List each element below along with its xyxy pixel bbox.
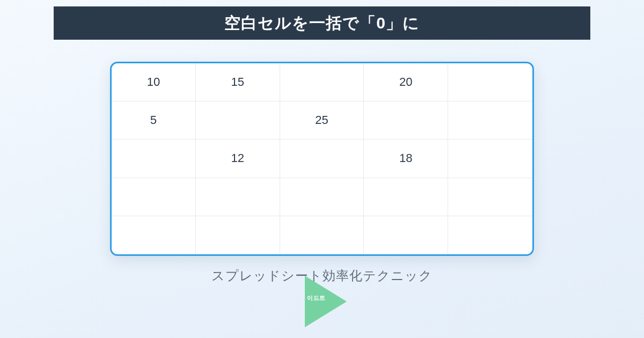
cell-r0-c2[interactable] <box>280 63 364 101</box>
page-title: 空白セルを一括で「0」に <box>224 12 420 34</box>
cell-r3-c4[interactable] <box>448 178 532 216</box>
play-badge-text: 이드트 <box>307 294 326 302</box>
cell-r1-c1[interactable] <box>196 101 280 139</box>
cell-r2-c2[interactable] <box>280 139 364 178</box>
cell-r1-c3[interactable] <box>364 101 448 139</box>
cell-r4-c3[interactable] <box>364 216 448 254</box>
cell-r3-c3[interactable] <box>364 178 448 216</box>
cell-r4-c1[interactable] <box>196 216 280 254</box>
cell-r0-c3[interactable]: 20 <box>364 63 448 101</box>
cell-r0-c4[interactable] <box>448 63 532 101</box>
cell-r4-c4[interactable] <box>448 216 532 254</box>
cell-r1-c0[interactable]: 5 <box>112 101 196 139</box>
play-button[interactable]: 이드트 <box>290 269 354 334</box>
cell-r0-c1[interactable]: 15 <box>196 63 280 101</box>
title-bar: 空白セルを一括で「0」に <box>54 6 590 40</box>
cell-r4-c0[interactable] <box>112 216 196 254</box>
spreadsheet-grid: 1015205251218 <box>112 63 532 254</box>
cell-r3-c2[interactable] <box>280 178 364 216</box>
cell-r2-c4[interactable] <box>448 139 532 178</box>
cell-r2-c1[interactable]: 12 <box>196 139 280 178</box>
cell-r1-c2[interactable]: 25 <box>280 101 364 139</box>
cell-r2-c3[interactable]: 18 <box>364 139 448 178</box>
cell-r4-c2[interactable] <box>280 216 364 254</box>
cell-r3-c0[interactable] <box>112 178 196 216</box>
cell-r2-c0[interactable] <box>112 139 196 178</box>
spreadsheet-frame: 1015205251218 <box>110 62 534 256</box>
cell-r1-c4[interactable] <box>448 101 532 139</box>
cell-r0-c0[interactable]: 10 <box>112 63 196 101</box>
cell-r3-c1[interactable] <box>196 178 280 216</box>
